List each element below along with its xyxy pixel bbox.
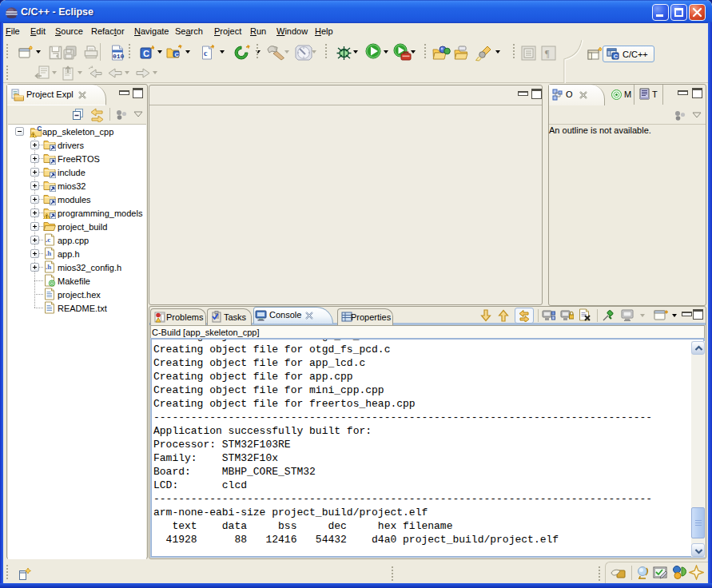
svg-text:.h: .h bbox=[46, 249, 51, 257]
svg-text:C: C bbox=[175, 51, 180, 58]
svg-text:C: C bbox=[143, 49, 149, 58]
svg-text:.c: .c bbox=[46, 236, 50, 244]
svg-text:C: C bbox=[37, 125, 42, 133]
svg-text:010: 010 bbox=[113, 53, 125, 60]
svg-text:.h: .h bbox=[46, 263, 51, 271]
svg-text:c: c bbox=[204, 49, 208, 58]
svg-text:C: C bbox=[614, 53, 619, 60]
svg-text:¶: ¶ bbox=[545, 48, 550, 59]
